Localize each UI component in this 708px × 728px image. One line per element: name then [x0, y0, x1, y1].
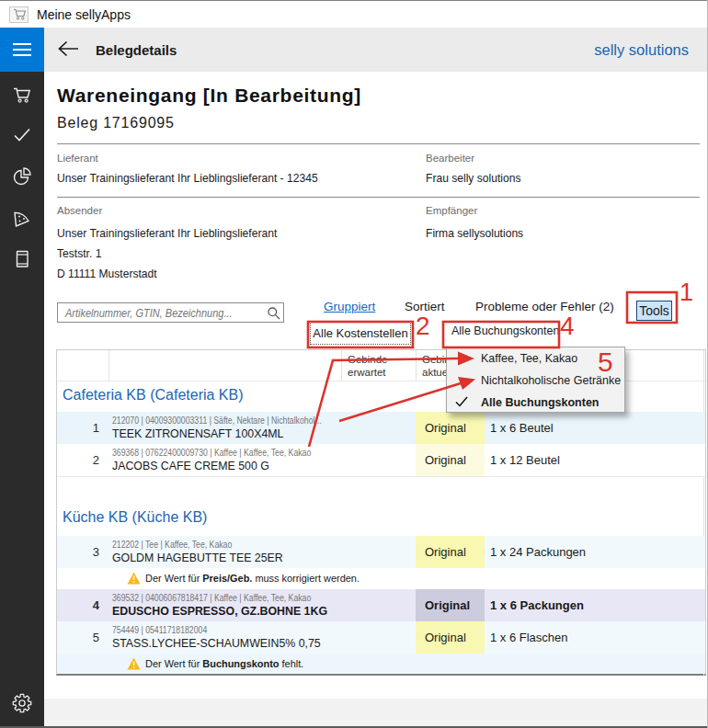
svg-text:2: 2 [416, 312, 430, 340]
svg-text:4: 4 [560, 312, 575, 340]
svg-text:1: 1 [679, 279, 693, 306]
